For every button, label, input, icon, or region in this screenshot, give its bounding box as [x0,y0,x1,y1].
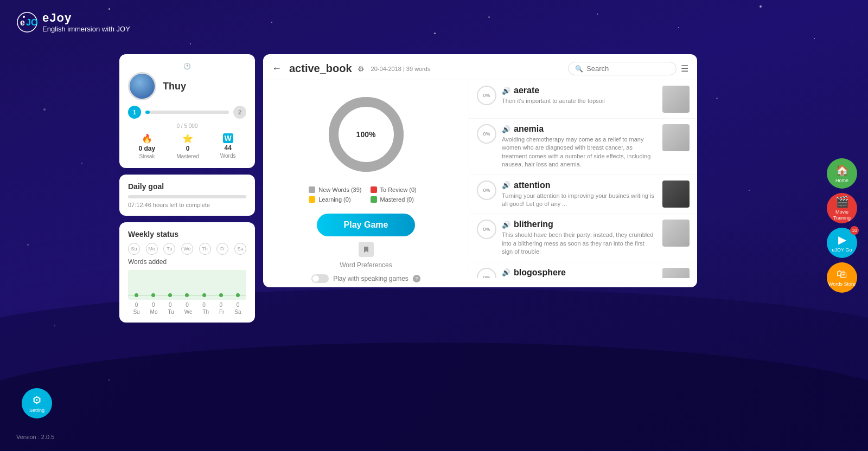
book-meta: 20-04-2018 | 39 words [371,66,431,72]
menu-icon[interactable]: ☰ [681,63,688,74]
search-icon: 🔍 [575,65,583,73]
movie-label: Movie Training [827,209,857,221]
nav-movie-button[interactable]: 🎬 Movie Training [827,193,857,223]
star-icon: ⭐ [182,133,193,144]
book-title: active_book [289,62,352,75]
chart-legend: New Words (39) To Review (0) Learning (0… [309,186,423,203]
word-thumb-aerate [662,86,690,113]
search-box[interactable]: 🔍 [568,62,676,75]
word-content-attention: 🔊 attention Turning your attention to im… [502,181,657,209]
word-name-anemia: anemia [514,124,544,134]
words-value: 44 [224,144,231,152]
goal-bar [128,195,246,198]
logo: e JOY eJoy English immersion with JOY [16,11,130,34]
user-name: Thuy [163,81,186,92]
words-added-label: Words added [128,258,246,266]
legend-new-words: New Words (39) [309,186,361,193]
help-icon[interactable]: ? [413,275,420,282]
word-name-blogosphere: blogosphere [514,268,566,278]
speaker-icon-aerate[interactable]: 🔊 [502,87,510,95]
xp-label: 0 / 5 000 [128,123,246,129]
chart-dot-we [185,293,189,297]
daily-goal-card: Daily goal 07:12:46 hours left to comple… [119,175,255,216]
streak-value: 0 day [138,145,155,152]
settings-label: Setting [29,408,44,413]
flame-icon: 🔥 [142,133,152,144]
weekly-status-card: Weekly status Su Mo Tu We Th Fr Sa Words… [119,222,255,323]
word-desc-aerate: Then it's important to aerate the topsoi… [502,97,657,105]
level-current: 1 [128,106,141,119]
word-percent-attention: 0% [477,181,496,200]
nav-store-button[interactable]: 🛍 Words Store [827,262,857,293]
go-badge: 10 [850,226,859,235]
chart-dot-su [135,293,138,297]
play-game-button[interactable]: Play Game [317,214,416,236]
goal-time: 07:12:46 hours left to complete [128,202,246,208]
day-we: We [181,243,193,255]
legend-learning: Learning (0) [309,196,361,203]
mastered-stat: ⭐ 0 Mastered [176,133,199,159]
left-panel: 🕐 Thuy 1 2 0 / 5 000 🔥 0 day Streak ⭐ 0 [119,54,255,323]
main-body: 100% New Words (39) To Review (0) Learni… [263,80,697,278]
xp-fill [145,111,150,114]
word-item-attention: 0% 🔊 attention Turning your attention to… [469,175,697,215]
legend-dot-new [309,186,315,193]
word-percent-aerate: 0% [477,86,496,105]
words-stat: W 44 Words [220,133,236,159]
logo-icon: e JOY [16,11,38,33]
word-percent-blithering: 0% [477,220,496,239]
legend-label-review: To Review (0) [380,186,417,193]
legend-dot-review [371,186,377,193]
word-thumb-blogosphere [662,268,690,278]
chart-dot-mo [151,293,155,297]
day-th: Th [199,243,211,255]
legend-mastered: Mastered (0) [371,196,423,203]
level-next: 2 [233,106,246,119]
search-area: 🔍 ☰ [568,62,688,75]
right-nav: 🏠 Home 🎬 Movie Training 10 ▶ eJOY Go 🛍 W… [827,158,857,293]
chart-dot-sa [236,293,240,297]
store-label: Words Store [828,281,856,287]
settings-button[interactable]: ⚙ Setting [22,388,52,418]
word-name-aerate: aerate [514,86,539,95]
xp-bar [145,111,229,114]
speaking-toggle[interactable] [311,274,329,283]
speaker-icon-blithering[interactable]: 🔊 [502,221,510,229]
speaker-icon-blogosphere[interactable]: 🔊 [502,268,510,276]
book-settings-button[interactable]: ⚙ [358,65,365,73]
weekly-chart [128,270,246,300]
day-su: Su [128,243,140,255]
word-content-anemia: 🔊 anemia Avoiding chemotherapy may come … [502,124,657,169]
word-percent-anemia: 0% [477,124,496,144]
word-name-blithering: blithering [514,220,553,229]
mastered-label: Mastered [176,153,199,159]
word-item-blithering: 0% 🔊 blithering This should have been th… [469,214,697,262]
mastered-value: 0 [186,145,190,152]
search-input[interactable] [586,65,669,73]
chart-dot-tu [168,293,172,297]
words-icon: W [223,133,233,143]
home-icon: 🏠 [835,164,849,177]
nav-home-button[interactable]: 🏠 Home [827,158,857,189]
go-label: eJOY Go [832,247,852,253]
day-sa: Sa [234,243,246,255]
chart-numbers: 0000000 [128,302,246,308]
donut-label: 100% [356,130,376,139]
word-list[interactable]: 0% 🔊 aerate Then it's important to aerat… [469,80,697,278]
nav-go-button[interactable]: 10 ▶ eJOY Go [827,228,857,258]
bookmark-icon[interactable] [359,242,374,257]
back-button[interactable]: ← [272,63,282,74]
day-mo: Mo [146,243,158,255]
avatar [128,72,156,100]
word-item-aerate: 0% 🔊 aerate Then it's important to aerat… [469,80,697,119]
speaker-icon-anemia[interactable]: 🔊 [502,125,510,133]
speaker-icon-attention[interactable]: 🔊 [502,181,510,189]
svg-point-3 [23,16,25,18]
daily-goal-title: Daily goal [128,182,246,191]
clock-icon: 🕐 [183,63,191,70]
day-circles: Su Mo Tu We Th Fr Sa [128,243,246,255]
day-tu: Tu [163,243,175,255]
chart-dot-th [202,293,206,297]
main-content: ← active_book ⚙ 20-04-2018 | 39 words 🔍 … [263,54,697,287]
word-thumb-anemia [662,124,690,151]
